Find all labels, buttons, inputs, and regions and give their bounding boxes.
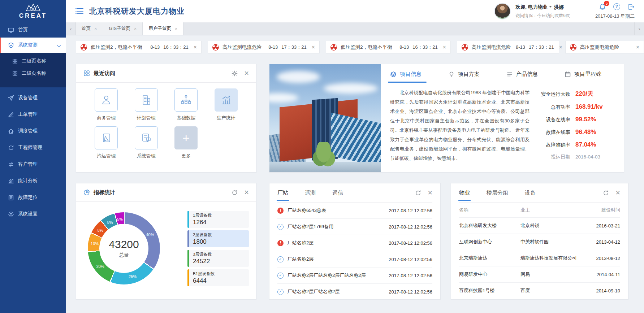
close-icon[interactable] <box>244 69 249 77</box>
tab-telemetry[interactable]: 遥测 <box>305 190 316 196</box>
shortcut-plan[interactable]: 计划管理 <box>126 88 167 121</box>
alert-card[interactable]: 高压监测电流危险 8-1317：33：21 <box>457 41 559 53</box>
legend-item[interactable]: B1层设备数6444 <box>187 269 249 286</box>
close-icon[interactable] <box>194 44 197 50</box>
close-icon[interactable] <box>443 44 446 50</box>
tab-property[interactable]: 物业 <box>459 190 470 196</box>
layers-icon <box>390 71 397 78</box>
sidebar-item-system-monitor[interactable]: 系统监测 <box>0 38 66 53</box>
ok-status-icon <box>277 256 284 262</box>
table-row[interactable]: 百度科技园1号楼 百度 2014-09-10 <box>459 282 620 299</box>
bell-icon[interactable]: 5 <box>599 3 606 10</box>
close-icon[interactable] <box>244 188 249 196</box>
sidebar-item-engineer[interactable]: 工程师管理 <box>0 139 66 156</box>
refresh-icon[interactable] <box>415 190 421 196</box>
sidebar-item-workorder[interactable]: 工单管理 <box>0 106 66 123</box>
property-panel: 物业 楼层分组 设备 名称 业主 建设时间 <box>451 183 628 300</box>
tab-project-info[interactable]: 项目信息 <box>390 71 422 78</box>
sidebar-item-settings[interactable]: 系统设置 <box>0 206 66 222</box>
tab-label: 产品信息 <box>516 71 538 78</box>
table-row[interactable]: 互联网创新中心 中关村软件园 2013-04-12 <box>459 234 620 250</box>
welcome-line: 欢迎, 电力物业洪娜 <box>515 4 570 10</box>
pencil-icon <box>8 112 14 118</box>
tab-label: GIS子首页 <box>109 26 130 32</box>
alert-status-icon <box>277 240 284 246</box>
shortcut-label: 汽运管理 <box>97 153 116 159</box>
tab-close-icon[interactable] <box>175 26 178 31</box>
close-icon[interactable] <box>312 44 315 50</box>
caret-down-icon[interactable] <box>549 6 552 8</box>
station-row[interactable]: 厂站名称2层 2017-08-12 12:02:56 <box>277 251 432 267</box>
close-icon[interactable] <box>615 189 620 197</box>
list-icon <box>506 71 513 78</box>
sidebar-item-device[interactable]: 设备管理 <box>0 90 66 106</box>
building-photo <box>269 64 381 172</box>
table-header-row: 名称 业主 建设时间 <box>459 202 620 217</box>
tab-gis-subhome[interactable]: GIS子首页 <box>103 22 143 35</box>
station-row[interactable]: 厂站名称2层1769备用 2017-08-12 12:02:56 <box>277 218 432 235</box>
close-icon[interactable] <box>428 189 432 197</box>
logout-icon[interactable] <box>627 3 635 10</box>
table-row[interactable]: 网易研发中心 网易 2014-04-11 <box>459 266 620 282</box>
shortcut-system[interactable]: 系统管理 <box>126 126 167 159</box>
shortcut-basedata[interactable]: 基础数据 <box>166 88 206 121</box>
tab-bar: ‹ 首页 GIS子首页 用户子首页 › <box>66 22 644 35</box>
legend-item[interactable]: 2层设备数1800 <box>187 230 249 247</box>
home-icon <box>8 128 14 134</box>
tab-close-icon[interactable] <box>134 26 137 31</box>
welcome-text[interactable]: 欢迎, 电力物业 <box>515 4 548 10</box>
menu-list-icon[interactable] <box>75 8 83 14</box>
sidebar-subitem-2[interactable]: 二级页名称 <box>0 67 66 79</box>
help-icon[interactable]: ? <box>613 3 620 10</box>
alert-card[interactable]: 高压监测电流危险 <box>565 41 644 53</box>
tab-telesignal[interactable]: 遥信 <box>332 190 343 196</box>
tab-scroll-left-icon[interactable]: ‹ <box>66 22 76 35</box>
sidebar-item-home[interactable]: 首页 <box>0 22 66 38</box>
header-date: 2017-08-13 星期二 <box>595 13 635 19</box>
page-title: 北京科税研发大厦电力物业 <box>89 6 185 16</box>
legend-item[interactable]: 1层设备数1264 <box>187 211 249 228</box>
user-avatar[interactable] <box>494 3 511 19</box>
tab-station[interactable]: 厂站 <box>277 190 288 196</box>
gear-icon[interactable] <box>232 70 238 77</box>
tab-user-subhome[interactable]: 用户子首页 <box>143 22 183 35</box>
bulb-icon <box>448 71 455 78</box>
tab-device[interactable]: 设备 <box>525 190 536 196</box>
station-row[interactable]: 厂站名称2层厂站名称2层 2017-08-12 12:02:56 <box>277 283 432 300</box>
shortcut-more[interactable]: 更多 <box>166 126 206 159</box>
legend-item[interactable]: 3层设备数24522 <box>187 250 249 267</box>
stat-row: 故障在线率 96.48% <box>530 129 614 136</box>
tab-project-plan[interactable]: 项目方案 <box>448 71 480 78</box>
sidebar-subitem-1[interactable]: 二级页名称 <box>0 55 66 67</box>
station-row[interactable]: 厂站名称2层厂站名称2层厂站名称2层 2017-08-12 12:02:56 <box>277 267 432 283</box>
shortcut-production-stats[interactable]: 生产统计 <box>206 88 246 121</box>
alert-card[interactable]: 低压监测2，电流不平衡 8-1316：33：21 <box>76 41 202 53</box>
tab-floor-group[interactable]: 楼层分组 <box>487 190 508 196</box>
close-icon[interactable] <box>636 44 639 50</box>
station-row[interactable]: 厂站名称6543总表 2017-08-12 12:02:56 <box>277 202 432 218</box>
alert-card[interactable]: 高压监测电流危险 8-1317：33：21 <box>208 41 320 53</box>
sidebar-item-dispatch[interactable]: 调度管理 <box>0 123 66 139</box>
sidebar-item-fault[interactable]: 故障定位 <box>0 189 66 206</box>
shortcut-transport[interactable]: 汽运管理 <box>86 126 126 159</box>
tab-project-milestone[interactable]: 项目里程碑 <box>565 71 601 78</box>
tab-product-info[interactable]: 产品信息 <box>506 71 538 78</box>
tab-scroll-right-icon[interactable]: › <box>634 22 644 35</box>
station-row[interactable]: 厂站名称2层 2017-08-12 12:02:56 <box>277 235 432 251</box>
grid-icon <box>12 58 18 64</box>
refresh-icon[interactable] <box>603 190 609 196</box>
stat-row: 总有功率 168.91/kv <box>530 103 614 110</box>
sidebar-item-statistics[interactable]: 统计分析 <box>0 173 66 189</box>
table-row[interactable]: 北京科锐研发大楼 北京科锐 2016-03-21 <box>459 217 620 234</box>
tab-close-icon[interactable] <box>94 26 97 31</box>
alert-card[interactable]: 低压监测2，电流不平衡 8-1316：33：21 <box>326 41 451 53</box>
tab-label: 用户子首页 <box>148 26 171 32</box>
shield-icon <box>8 42 14 48</box>
shortcut-business[interactable]: 商务管理 <box>86 88 126 121</box>
table-row[interactable]: 北京瑞斯康达 瑞斯康达科技发展有限公司 2013-08-12 <box>459 250 620 266</box>
refresh-icon[interactable] <box>232 190 238 196</box>
sidebar-item-customer[interactable]: 客户管理 <box>0 156 66 173</box>
tab-home[interactable]: 首页 <box>76 22 103 35</box>
close-icon[interactable] <box>559 44 562 50</box>
alert-time: 8-1316：33：21 <box>394 44 437 51</box>
